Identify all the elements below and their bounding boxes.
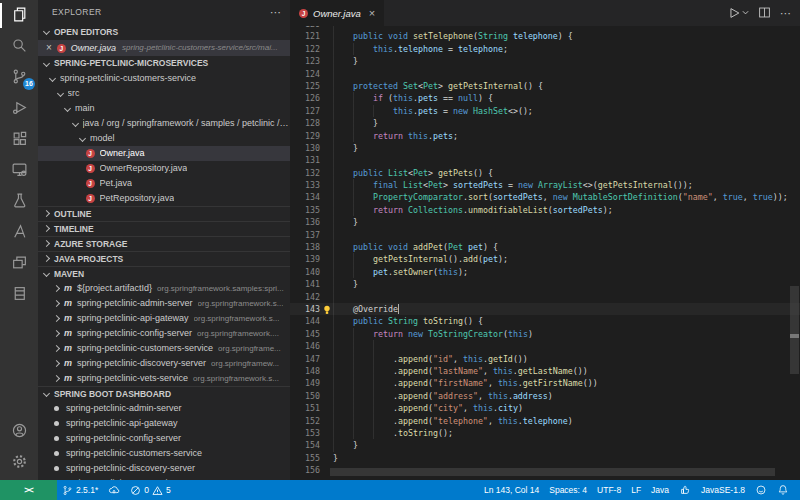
activity-bar-item-explorer[interactable] xyxy=(0,0,38,31)
line-number[interactable]: 151 xyxy=(290,402,320,414)
maven-project-item[interactable]: mspring-petclinic-config-serverorg.sprin… xyxy=(38,326,290,341)
code-line[interactable]: 146 xyxy=(290,340,800,352)
activity-bar-item-settings[interactable] xyxy=(0,447,38,478)
code-line[interactable]: 124 xyxy=(290,68,800,80)
maven-project-item[interactable]: mspring-petclinic-admin-serverorg.spring… xyxy=(38,296,290,311)
horizontal-scrollbar[interactable] xyxy=(330,468,775,476)
maven-project-item[interactable]: mspring-petclinic-discovery-serverorg.sp… xyxy=(38,356,290,371)
code-line[interactable]: 137 xyxy=(290,229,800,241)
code-line[interactable]: 136 } xyxy=(290,216,800,228)
eol-status[interactable]: LF xyxy=(626,485,646,495)
tab-owner-java[interactable]: J Owner.java × xyxy=(290,0,384,26)
section-timeline[interactable]: TIMELINE xyxy=(38,221,290,236)
activity-bar-item-azure[interactable] xyxy=(0,217,38,248)
code-line[interactable]: 135 return Collections.unmodifiableList(… xyxy=(290,204,800,216)
code-line[interactable]: 143 @Override xyxy=(290,303,800,315)
tree-item-file[interactable]: JOwnerRepository.java xyxy=(38,161,290,176)
line-number[interactable]: 149 xyxy=(290,377,320,389)
tree-item-file[interactable]: JOwner.java xyxy=(38,146,290,161)
line-number[interactable]: 144 xyxy=(290,315,320,327)
tree-item-file[interactable]: JPetRepository.java xyxy=(38,191,290,206)
line-number[interactable]: 125 xyxy=(290,80,320,92)
line-number[interactable]: 150 xyxy=(290,390,320,402)
code-line[interactable]: 126 if (this.pets == null) { xyxy=(290,92,800,104)
line-number[interactable]: 139 xyxy=(290,253,320,265)
activity-bar-item-source-control[interactable]: 16 xyxy=(0,62,38,93)
activity-bar-item-remote-explorer[interactable] xyxy=(0,155,38,186)
code-line[interactable]: 128 } xyxy=(290,117,800,129)
line-number[interactable]: 128 xyxy=(290,117,320,129)
line-number[interactable]: 145 xyxy=(290,328,320,340)
activity-bar-item-search[interactable] xyxy=(0,31,38,62)
line-number[interactable]: 141 xyxy=(290,278,320,290)
maven-project-item[interactable]: mspring-petclinic-customers-serviceorg.s… xyxy=(38,341,290,356)
code-line[interactable]: 145 return new ToStringCreator(this) xyxy=(290,328,800,340)
more-actions-icon[interactable]: ⋯ xyxy=(270,0,282,24)
line-number[interactable]: 137 xyxy=(290,229,320,241)
language-status[interactable] xyxy=(674,484,696,496)
activity-bar-item-run-debug[interactable] xyxy=(0,93,38,124)
line-number[interactable]: 121 xyxy=(290,30,320,42)
code-line[interactable]: 125 protected Set<Pet> getPetsInternal()… xyxy=(290,80,800,92)
code-line[interactable]: 131 xyxy=(290,154,800,166)
notifications-status[interactable] xyxy=(772,484,794,496)
spring-boot-app-item[interactable]: spring-petclinic-discovery-server xyxy=(38,461,290,476)
section-outline[interactable]: OUTLINE xyxy=(38,206,290,221)
code-line[interactable]: 139 getPetsInternal().add(pet); xyxy=(290,253,800,265)
open-editor-item[interactable]: × J Owner.java spring-petclinic-customer… xyxy=(38,40,290,56)
maven-project-item[interactable]: mspring-petclinic-api-gatewayorg.springf… xyxy=(38,311,290,326)
line-number[interactable]: 155 xyxy=(290,452,320,464)
spring-boot-app-item[interactable]: spring-petclinic-config-server xyxy=(38,431,290,446)
section-maven[interactable]: MAVEN xyxy=(38,266,290,281)
remote-indicator[interactable]: >< xyxy=(0,480,57,500)
line-number[interactable]: 136 xyxy=(290,216,320,228)
code-line[interactable]: 153 .toString(); xyxy=(290,427,800,439)
feedback-status[interactable] xyxy=(750,484,772,496)
code-line[interactable]: 123 } xyxy=(290,55,800,67)
code-line[interactable]: 155} xyxy=(290,452,800,464)
line-number[interactable]: 146 xyxy=(290,340,320,352)
code-line[interactable]: 141 } xyxy=(290,278,800,290)
tab-close-icon[interactable]: × xyxy=(369,7,375,19)
encoding-status[interactable]: UTF-8 xyxy=(592,485,626,495)
activity-bar-item-browser-windows[interactable] xyxy=(0,248,38,279)
spring-boot-app-item[interactable]: spring-petclinic-api-gateway xyxy=(38,416,290,431)
code-line[interactable]: 129 return this.pets; xyxy=(290,130,800,142)
run-button[interactable] xyxy=(727,6,749,20)
line-number[interactable]: 124 xyxy=(290,68,320,80)
code-line[interactable]: 148 .append("lastName", this.getLastName… xyxy=(290,365,800,377)
line-number[interactable]: 135 xyxy=(290,204,320,216)
more-actions-button[interactable]: ⋯ xyxy=(780,7,792,20)
code-line[interactable]: 130 } xyxy=(290,142,800,154)
line-number[interactable]: 131 xyxy=(290,154,320,166)
code-line[interactable]: 121 public void setTelephone(String tele… xyxy=(290,30,800,42)
line-number[interactable]: 132 xyxy=(290,167,320,179)
tree-item-folder[interactable]: java / org / springframework / samples /… xyxy=(38,116,290,131)
line-number[interactable]: 123 xyxy=(290,55,320,67)
line-number[interactable]: 153 xyxy=(290,427,320,439)
line-number[interactable]: 138 xyxy=(290,241,320,253)
maven-project-item[interactable]: m${project.artifactId}org.springframewor… xyxy=(38,281,290,296)
sync-status[interactable] xyxy=(103,484,125,496)
section-azure-storage[interactable]: AZURE STORAGE xyxy=(38,236,290,251)
indentation-status[interactable]: Spaces: 4 xyxy=(544,485,592,495)
code-line[interactable]: 127 this.pets = new HashSet<>(); xyxy=(290,105,800,117)
section-open-editors[interactable]: OPEN EDITORS xyxy=(38,24,290,40)
activity-bar-item-accounts[interactable] xyxy=(0,416,38,447)
line-number[interactable]: 122 xyxy=(290,43,320,55)
activity-bar-item-notebook[interactable] xyxy=(0,279,38,310)
tree-item-folder[interactable]: spring-petclinic-customers-service xyxy=(38,71,290,86)
code-line[interactable]: 142 xyxy=(290,291,800,303)
code-area[interactable]: 120121 public void setTelephone(String t… xyxy=(290,26,800,480)
line-number[interactable]: 140 xyxy=(290,266,320,278)
git-branch-status[interactable]: 2.5.1* xyxy=(57,485,103,496)
code-line[interactable]: 132 public List<Pet> getPets() { xyxy=(290,167,800,179)
line-number[interactable]: 154 xyxy=(290,439,320,451)
code-line[interactable]: 149 .append("firstName", this.getFirstNa… xyxy=(290,377,800,389)
section-workspace[interactable]: SPRING-PETCLINIC-MICROSERVICES xyxy=(38,56,290,71)
code-line[interactable]: 133 final List<Pet> sortedPets = new Arr… xyxy=(290,179,800,191)
maven-project-item[interactable]: mspring-petclinic-vets-serviceorg.spring… xyxy=(38,371,290,386)
tree-item-folder[interactable]: src xyxy=(38,86,290,101)
code-line[interactable]: 140 pet.setOwner(this); xyxy=(290,266,800,278)
line-number[interactable]: 134 xyxy=(290,191,320,203)
